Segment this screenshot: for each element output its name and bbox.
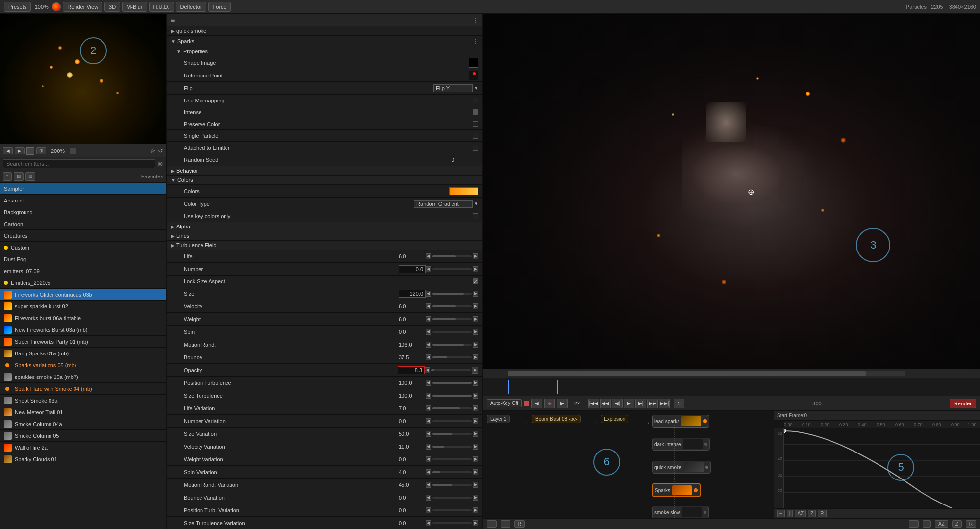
opacity-left-btn[interactable]: ◀	[425, 367, 430, 373]
node-sparks[interactable]: Sparks	[652, 483, 701, 497]
pos-turb-right-btn[interactable]: ▶	[473, 380, 478, 386]
tree-item-properties[interactable]: ▼ Properties	[167, 47, 482, 56]
life-var-right-btn[interactable]: ▶	[473, 405, 478, 411]
curve-zoom-out-btn[interactable]: −	[777, 510, 785, 517]
bottom-minus-btn[interactable]: −	[487, 520, 497, 528]
timeline-scrollbar[interactable]	[508, 371, 905, 376]
weight-right-btn[interactable]: ▶	[473, 316, 478, 322]
vel-var-left-btn[interactable]: ◀	[426, 444, 431, 450]
emitter-item-sparky-clouds[interactable]: Sparky Clouds 01	[0, 453, 166, 465]
use-key-colors-checkbox[interactable]	[473, 213, 478, 219]
menu-lines-icon[interactable]: ≡	[171, 16, 175, 24]
life-var-left-btn[interactable]: ◀	[426, 405, 431, 411]
tree-item-sparks[interactable]: ▼ Sparks ⋮	[167, 36, 482, 47]
bounce-right-btn[interactable]: ▶	[473, 354, 478, 360]
mblur-button[interactable]: M-Blur	[122, 2, 147, 12]
transport-play-forward[interactable]: ▶|	[635, 399, 646, 408]
preserve-color-checkbox[interactable]	[473, 121, 478, 127]
lock-size-checkbox[interactable]: ✓	[473, 278, 478, 284]
number-left-btn[interactable]: ◀	[426, 266, 431, 272]
menu-dots-icon[interactable]: ⋮	[472, 16, 478, 24]
emitter-category-creatures[interactable]: Creatures	[0, 230, 166, 242]
auto-key-button[interactable]: Auto-Key Off	[487, 399, 522, 407]
size-turb-left-btn[interactable]: ◀	[426, 393, 431, 399]
emitter-item-new-fireworks[interactable]: New Fireworks Burst 03a (mb)	[0, 324, 166, 336]
emitter-category-custom[interactable]: Custom	[0, 242, 166, 253]
deflector-button[interactable]: Deflector	[176, 2, 206, 12]
sparks-menu-icon[interactable]: ⋮	[472, 37, 478, 45]
velocity-left-btn[interactable]: ◀	[426, 303, 431, 309]
emitter-category-cartoon[interactable]: Cartoon	[0, 218, 166, 230]
curve-reset-btn[interactable]: R	[818, 510, 826, 517]
single-particle-checkbox[interactable]	[473, 133, 478, 139]
search-input[interactable]	[3, 159, 155, 168]
bottom-minus2-btn[interactable]: −	[909, 520, 919, 528]
pt-var-right-btn[interactable]: ▶	[473, 507, 478, 513]
opacity-input[interactable]	[398, 366, 425, 374]
bottom-plus-btn[interactable]: +	[501, 520, 510, 528]
preview-prev-btn[interactable]: ◀	[3, 147, 13, 154]
emitter-item-spark-flare[interactable]: Spark Flare with Smoke 04 (mb)	[0, 383, 166, 395]
emitter-category-sampler[interactable]: Sampler	[0, 183, 166, 195]
size-var-right-btn[interactable]: ▶	[473, 431, 478, 437]
bounce-var-right-btn[interactable]: ▶	[473, 495, 478, 501]
num-var-right-btn[interactable]: ▶	[473, 418, 478, 424]
force-button[interactable]: Force	[208, 2, 231, 12]
3d-button[interactable]: 3D	[104, 2, 120, 12]
render-view-button[interactable]: Render View	[63, 2, 102, 12]
transport-skip-start[interactable]: |◀◀	[588, 399, 599, 408]
life-left-btn[interactable]: ◀	[426, 253, 431, 259]
settings-icon[interactable]: ↺	[158, 147, 163, 154]
num-var-left-btn[interactable]: ◀	[426, 418, 431, 424]
weight-var-right-btn[interactable]: ▶	[473, 456, 478, 462]
hud-button[interactable]: H.U.D.	[149, 2, 174, 12]
transport-right-arrow[interactable]: ▶	[557, 399, 568, 408]
bottom-az-btn[interactable]: AZ	[935, 520, 948, 528]
curve-az-btn[interactable]: AZ	[795, 510, 806, 517]
weight-var-left-btn[interactable]: ◀	[426, 456, 431, 462]
mr-var-right-btn[interactable]: ▶	[473, 482, 478, 488]
bottom-r2-btn[interactable]: R	[966, 520, 976, 528]
section-alpha[interactable]: ▶ Alpha	[167, 222, 482, 231]
weight-left-btn[interactable]: ◀	[426, 316, 431, 322]
emitter-item-meteor-trail[interactable]: New Meteor Trail 01	[0, 406, 166, 418]
emitter-item-shoot-smoke[interactable]: Shoot Smoke 03a	[0, 395, 166, 406]
spin-left-btn[interactable]: ◀	[426, 329, 431, 335]
presets-button[interactable]: Presets	[4, 2, 31, 12]
grid-view-large-button[interactable]: ⊟	[25, 172, 35, 181]
transport-loop-btn[interactable]: ↻	[674, 399, 684, 408]
emitter-category-emitters2020[interactable]: Emitters_2020.5	[0, 277, 166, 289]
search-clear-button[interactable]: ⊗	[157, 160, 163, 168]
emitter-category-abstract[interactable]: Abstract	[0, 195, 166, 206]
bottom-r-btn[interactable]: R	[514, 520, 525, 528]
intense-checkbox[interactable]	[473, 109, 478, 115]
vel-var-right-btn[interactable]: ▶	[473, 444, 478, 450]
number-right-btn[interactable]: ▶	[473, 266, 478, 272]
transport-step-back[interactable]: ◀|	[612, 399, 623, 408]
shape-image-preview[interactable]	[469, 58, 478, 68]
node-dark-intense[interactable]: dark intense	[652, 438, 710, 451]
timeline-scroll-thumb[interactable]	[508, 371, 866, 376]
node-lead-sparks[interactable]: lead sparks	[652, 415, 709, 428]
emitter-item-smoke-column-04a[interactable]: Smoke Column 04a	[0, 418, 166, 430]
reference-point-preview[interactable]	[469, 71, 478, 80]
curve-fit-btn[interactable]: |	[787, 510, 793, 517]
st-var-left-btn[interactable]: ◀	[426, 520, 431, 526]
transport-skip-end[interactable]: ▶▶|	[659, 399, 670, 408]
motion-rand-right-btn[interactable]: ▶	[473, 342, 478, 348]
tree-item-quick-smoke[interactable]: ▶ quick smoke	[167, 26, 482, 36]
section-colors[interactable]: ▼ Colors	[167, 176, 482, 185]
transport-diamond-btn[interactable]: ◆	[544, 399, 555, 408]
section-behavior[interactable]: ▶ Behavior	[167, 166, 482, 176]
color-picker-button[interactable]	[52, 2, 61, 11]
size-var-left-btn[interactable]: ◀	[426, 431, 431, 437]
velocity-right-btn[interactable]: ▶	[473, 303, 478, 309]
number-input[interactable]	[399, 265, 426, 273]
transport-fast-forward[interactable]: ▶▶	[647, 399, 658, 408]
node-quick-smoke[interactable]: quick smoke	[652, 461, 711, 474]
spin-right-btn[interactable]: ▶	[473, 329, 478, 335]
node-explosion[interactable]: Explosion	[601, 415, 628, 423]
favorites-star-icon[interactable]: ☆	[150, 147, 156, 154]
emitter-item-fireworks-glitter[interactable]: Fireworks Glitter continuous 03b	[0, 289, 166, 301]
transport-left-arrow[interactable]: ◀	[531, 399, 542, 408]
